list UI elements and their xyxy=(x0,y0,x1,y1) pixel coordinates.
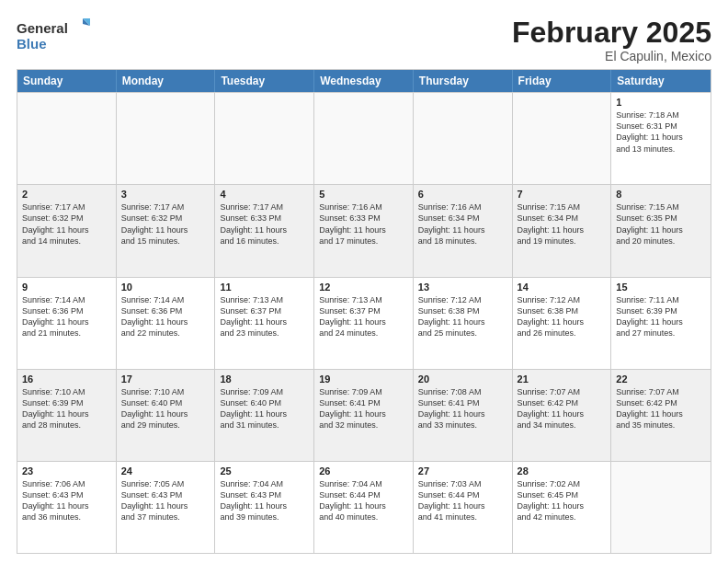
cal-week: 23Sunrise: 7:06 AM Sunset: 6:43 PM Dayli… xyxy=(17,461,711,553)
cal-header-day: Wednesday xyxy=(314,70,414,92)
day-number: 25 xyxy=(220,465,309,477)
cal-cell: 12Sunrise: 7:13 AM Sunset: 6:37 PM Dayli… xyxy=(314,278,414,369)
cal-cell: 7Sunrise: 7:15 AM Sunset: 6:34 PM Daylig… xyxy=(513,185,612,276)
cell-info: Sunrise: 7:03 AM Sunset: 6:44 PM Dayligh… xyxy=(418,478,507,523)
day-number: 1 xyxy=(616,97,706,108)
header: General Blue February 2025 El Capulin, M… xyxy=(17,17,711,63)
cell-info: Sunrise: 7:04 AM Sunset: 6:44 PM Dayligh… xyxy=(319,478,408,523)
cal-week: 9Sunrise: 7:14 AM Sunset: 6:36 PM Daylig… xyxy=(17,277,711,369)
day-number: 13 xyxy=(418,282,507,293)
day-number: 12 xyxy=(319,282,408,293)
day-number: 23 xyxy=(22,465,111,477)
day-number: 9 xyxy=(22,282,111,293)
cal-cell: 8Sunrise: 7:15 AM Sunset: 6:35 PM Daylig… xyxy=(611,185,711,276)
cal-cell xyxy=(17,93,117,184)
cal-cell: 1Sunrise: 7:18 AM Sunset: 6:31 PM Daylig… xyxy=(611,93,711,184)
cell-info: Sunrise: 7:16 AM Sunset: 6:33 PM Dayligh… xyxy=(319,201,408,247)
cal-cell: 13Sunrise: 7:12 AM Sunset: 6:38 PM Dayli… xyxy=(414,278,513,369)
cell-info: Sunrise: 7:07 AM Sunset: 6:42 PM Dayligh… xyxy=(518,386,607,431)
cell-info: Sunrise: 7:09 AM Sunset: 6:41 PM Dayligh… xyxy=(319,386,408,431)
day-number: 11 xyxy=(220,282,309,293)
day-number: 21 xyxy=(518,373,607,385)
cal-cell: 20Sunrise: 7:08 AM Sunset: 6:41 PM Dayli… xyxy=(414,370,513,461)
cell-info: Sunrise: 7:16 AM Sunset: 6:34 PM Dayligh… xyxy=(418,201,507,247)
cal-header-day: Friday xyxy=(513,70,612,92)
cell-info: Sunrise: 7:13 AM Sunset: 6:37 PM Dayligh… xyxy=(319,294,408,339)
day-number: 18 xyxy=(220,373,309,385)
day-number: 8 xyxy=(616,189,706,200)
month-title: February 2025 xyxy=(512,17,711,49)
cal-header-day: Sunday xyxy=(17,70,117,92)
day-number: 6 xyxy=(418,189,507,200)
cal-cell: 17Sunrise: 7:10 AM Sunset: 6:40 PM Dayli… xyxy=(117,370,216,461)
day-number: 5 xyxy=(319,189,408,200)
cell-info: Sunrise: 7:12 AM Sunset: 6:38 PM Dayligh… xyxy=(518,294,607,339)
cell-info: Sunrise: 7:17 AM Sunset: 6:32 PM Dayligh… xyxy=(121,201,210,247)
day-number: 16 xyxy=(22,373,111,385)
cell-info: Sunrise: 7:09 AM Sunset: 6:40 PM Dayligh… xyxy=(220,386,309,431)
cell-info: Sunrise: 7:14 AM Sunset: 6:36 PM Dayligh… xyxy=(121,294,210,339)
cell-info: Sunrise: 7:14 AM Sunset: 6:36 PM Dayligh… xyxy=(22,294,111,339)
day-number: 22 xyxy=(616,373,706,385)
cal-cell: 14Sunrise: 7:12 AM Sunset: 6:38 PM Dayli… xyxy=(513,278,612,369)
logo: General Blue xyxy=(17,17,90,53)
cal-cell: 22Sunrise: 7:07 AM Sunset: 6:42 PM Dayli… xyxy=(611,370,711,461)
day-number: 14 xyxy=(518,282,607,293)
cal-header-day: Thursday xyxy=(414,70,513,92)
cell-info: Sunrise: 7:06 AM Sunset: 6:43 PM Dayligh… xyxy=(22,478,111,523)
day-number: 3 xyxy=(121,189,210,200)
svg-text:General: General xyxy=(17,20,68,36)
page: General Blue February 2025 El Capulin, M… xyxy=(0,0,728,563)
cal-week: 16Sunrise: 7:10 AM Sunset: 6:39 PM Dayli… xyxy=(17,369,711,461)
cal-cell xyxy=(513,93,612,184)
cell-info: Sunrise: 7:10 AM Sunset: 6:40 PM Dayligh… xyxy=(121,386,210,431)
cell-info: Sunrise: 7:07 AM Sunset: 6:42 PM Dayligh… xyxy=(616,386,706,431)
cal-cell: 9Sunrise: 7:14 AM Sunset: 6:36 PM Daylig… xyxy=(17,278,117,369)
cal-cell: 6Sunrise: 7:16 AM Sunset: 6:34 PM Daylig… xyxy=(414,185,513,276)
cell-info: Sunrise: 7:13 AM Sunset: 6:37 PM Dayligh… xyxy=(220,294,309,339)
calendar-body: 1Sunrise: 7:18 AM Sunset: 6:31 PM Daylig… xyxy=(17,92,711,553)
cell-info: Sunrise: 7:10 AM Sunset: 6:39 PM Dayligh… xyxy=(22,386,111,431)
cal-cell: 19Sunrise: 7:09 AM Sunset: 6:41 PM Dayli… xyxy=(314,370,414,461)
cell-info: Sunrise: 7:04 AM Sunset: 6:43 PM Dayligh… xyxy=(220,478,309,523)
cell-info: Sunrise: 7:17 AM Sunset: 6:32 PM Dayligh… xyxy=(22,201,111,247)
day-number: 2 xyxy=(22,189,111,200)
day-number: 28 xyxy=(518,465,607,477)
day-number: 4 xyxy=(220,189,309,200)
cal-cell: 27Sunrise: 7:03 AM Sunset: 6:44 PM Dayli… xyxy=(414,462,513,553)
day-number: 27 xyxy=(418,465,507,477)
cal-cell xyxy=(117,93,216,184)
calendar-header: SundayMondayTuesdayWednesdayThursdayFrid… xyxy=(17,70,711,92)
cell-info: Sunrise: 7:02 AM Sunset: 6:45 PM Dayligh… xyxy=(518,478,607,523)
cal-cell: 4Sunrise: 7:17 AM Sunset: 6:33 PM Daylig… xyxy=(215,185,314,276)
cal-cell: 15Sunrise: 7:11 AM Sunset: 6:39 PM Dayli… xyxy=(611,278,711,369)
cal-week: 2Sunrise: 7:17 AM Sunset: 6:32 PM Daylig… xyxy=(17,184,711,276)
svg-text:Blue: Blue xyxy=(17,36,47,52)
cal-cell xyxy=(414,93,513,184)
cal-header-day: Monday xyxy=(117,70,216,92)
location-subtitle: El Capulin, Mexico xyxy=(512,49,711,63)
cell-info: Sunrise: 7:05 AM Sunset: 6:43 PM Dayligh… xyxy=(121,478,210,523)
cal-cell: 11Sunrise: 7:13 AM Sunset: 6:37 PM Dayli… xyxy=(215,278,314,369)
cal-cell: 16Sunrise: 7:10 AM Sunset: 6:39 PM Dayli… xyxy=(17,370,117,461)
day-number: 19 xyxy=(319,373,408,385)
cell-info: Sunrise: 7:12 AM Sunset: 6:38 PM Dayligh… xyxy=(418,294,507,339)
day-number: 15 xyxy=(616,282,706,293)
day-number: 7 xyxy=(518,189,607,200)
cal-cell: 23Sunrise: 7:06 AM Sunset: 6:43 PM Dayli… xyxy=(17,462,117,553)
cal-cell: 24Sunrise: 7:05 AM Sunset: 6:43 PM Dayli… xyxy=(117,462,216,553)
cal-cell: 21Sunrise: 7:07 AM Sunset: 6:42 PM Dayli… xyxy=(513,370,612,461)
cal-cell: 25Sunrise: 7:04 AM Sunset: 6:43 PM Dayli… xyxy=(215,462,314,553)
title-block: February 2025 El Capulin, Mexico xyxy=(512,17,711,63)
cal-cell xyxy=(215,93,314,184)
cal-week: 1Sunrise: 7:18 AM Sunset: 6:31 PM Daylig… xyxy=(17,92,711,184)
day-number: 24 xyxy=(121,465,210,477)
cal-header-day: Tuesday xyxy=(215,70,314,92)
cal-cell: 18Sunrise: 7:09 AM Sunset: 6:40 PM Dayli… xyxy=(215,370,314,461)
cal-cell: 3Sunrise: 7:17 AM Sunset: 6:32 PM Daylig… xyxy=(117,185,216,276)
logo-svg: General Blue xyxy=(17,17,90,53)
cal-cell: 5Sunrise: 7:16 AM Sunset: 6:33 PM Daylig… xyxy=(314,185,414,276)
cell-info: Sunrise: 7:15 AM Sunset: 6:34 PM Dayligh… xyxy=(518,201,607,247)
cal-cell: 10Sunrise: 7:14 AM Sunset: 6:36 PM Dayli… xyxy=(117,278,216,369)
day-number: 10 xyxy=(121,282,210,293)
